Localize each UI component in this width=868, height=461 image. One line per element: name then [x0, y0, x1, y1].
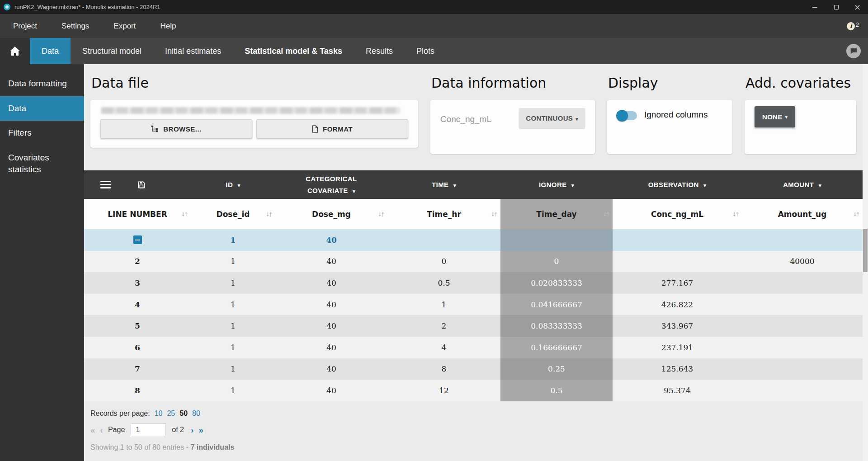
table-row[interactable]: 614040.166666667237.191	[84, 337, 863, 358]
column-header-dose-mg[interactable]: Dose_mg	[275, 199, 387, 229]
cell-dose_id: 1	[191, 358, 275, 380]
covariates-dropdown-value: NONE	[762, 113, 783, 121]
tab-data[interactable]: Data	[30, 38, 71, 64]
first-page-button[interactable]: «	[90, 426, 95, 434]
individuals-count: 7 individuals	[190, 443, 234, 451]
cell-line	[84, 229, 191, 251]
cell-amount: 40000	[742, 251, 863, 273]
column-tag-time[interactable]: TIME ▾	[387, 170, 500, 199]
cell-dose_id: 1	[191, 380, 275, 401]
cell-line: 8	[84, 380, 191, 401]
column-header-amount-ug[interactable]: Amount_ug	[742, 199, 863, 229]
tab-initial-estimates[interactable]: Initial estimates	[153, 38, 233, 64]
home-icon	[9, 46, 20, 56]
page-label: Page	[108, 426, 125, 434]
cell-line: 6	[84, 337, 191, 358]
close-button[interactable]: ×	[847, 0, 868, 14]
column-tag-categorical-covariate[interactable]: CATEGORICAL COVARIATE ▾	[275, 170, 387, 199]
cell-amount	[742, 315, 863, 337]
cell-conc: 277.167	[613, 272, 742, 294]
info-notification-button[interactable]: i 2	[847, 22, 859, 30]
column-tag-ignore[interactable]: IGNORE ▾	[500, 170, 613, 199]
sidebar-item-covariates-statistics[interactable]: Covariates statistics	[0, 146, 84, 182]
notification-count: 2	[856, 22, 859, 28]
close-icon: ×	[854, 3, 861, 11]
window-controls: ×	[804, 0, 868, 14]
next-page-button[interactable]: ›	[191, 426, 193, 434]
column-header-time-hr[interactable]: Time_hr	[387, 199, 500, 229]
last-page-button[interactable]: »	[198, 426, 203, 434]
sidebar-item-data[interactable]: Data	[0, 96, 84, 121]
menu-export[interactable]: Export	[101, 14, 148, 38]
covariates-dropdown[interactable]: NONE▾	[755, 106, 795, 127]
sort-icon[interactable]	[603, 211, 610, 217]
sort-icon[interactable]	[732, 211, 739, 217]
cell-time_day: 0.041666667	[500, 294, 613, 315]
page-size-10[interactable]: 10	[155, 409, 163, 418]
sort-icon[interactable]	[378, 211, 385, 217]
page-size-25[interactable]: 25	[167, 409, 175, 418]
sidebar-item-data-formatting[interactable]: Data formatting	[0, 71, 84, 96]
table-row[interactable]: 414010.041666667426.822	[84, 294, 863, 315]
observation-type-dropdown[interactable]: CONTINUOUS▾	[519, 108, 585, 128]
cell-conc: 95.374	[613, 380, 742, 401]
maximize-button[interactable]	[826, 0, 847, 14]
table-row[interactable]: 140	[84, 229, 863, 251]
column-header-dose-id[interactable]: Dose_id	[191, 199, 275, 229]
tab-structural-model[interactable]: Structural model	[71, 38, 153, 64]
menu-help[interactable]: Help	[148, 14, 189, 38]
column-header-conc-ng-ml[interactable]: Conc_ng_mL	[613, 199, 742, 229]
previous-page-button[interactable]: ‹	[100, 426, 103, 434]
menu-project[interactable]: Project	[1, 14, 49, 38]
tab-results[interactable]: Results	[354, 38, 405, 64]
chevron-down-icon: ▾	[238, 183, 241, 188]
cell-time_day: 0.5	[500, 380, 613, 401]
page-size-80[interactable]: 80	[192, 409, 200, 418]
cell-amount	[742, 272, 863, 294]
home-button[interactable]	[0, 38, 30, 64]
save-icon[interactable]	[137, 180, 146, 189]
column-tag-observation[interactable]: OBSERVATION ▾	[613, 170, 742, 199]
menu-settings[interactable]: Settings	[49, 14, 101, 38]
page-count-label: of 2	[172, 426, 184, 434]
tab-bar: Data Structural model Initial estimates …	[0, 38, 868, 64]
column-tag-amount[interactable]: AMOUNT ▾	[742, 170, 863, 199]
sort-icon[interactable]	[181, 211, 188, 217]
sort-icon[interactable]	[853, 211, 860, 217]
format-button[interactable]: FORMAT	[256, 119, 408, 138]
data-file-card: BROWSE... FORMAT	[90, 100, 418, 148]
menu-bar: Project Settings Export Help i 2	[0, 14, 868, 38]
column-header-line-number[interactable]: LINE NUMBER	[84, 199, 191, 229]
column-header-label: Conc_ng_mL	[651, 210, 703, 219]
vertical-scrollbar[interactable]	[863, 64, 868, 461]
collapse-group-icon[interactable]	[133, 235, 142, 244]
cell-time_hr: 2	[387, 315, 500, 337]
table-column-header: LINE NUMBERDose_idDose_mgTime_hrTime_day…	[84, 199, 863, 229]
scrollbar-thumb[interactable]	[863, 229, 868, 272]
feedback-button[interactable]	[846, 44, 861, 58]
table-row[interactable]: 31400.50.020833333277.167	[84, 272, 863, 294]
cell-dose_mg: 40	[275, 251, 387, 273]
cell-dose_mg: 40	[275, 229, 387, 251]
table-row[interactable]: 8140120.595.374	[84, 380, 863, 401]
page-number-input[interactable]	[131, 423, 166, 436]
column-tag-id[interactable]: ID ▾	[191, 170, 275, 199]
column-header-time-day[interactable]: Time_day	[500, 199, 613, 229]
browse-button[interactable]: BROWSE...	[100, 119, 252, 138]
cell-conc: 237.191	[613, 337, 742, 358]
sidebar: Data formatting Data Filters Covariates …	[0, 64, 84, 461]
table-row[interactable]: 514020.083333333343.967	[84, 315, 863, 337]
table-row[interactable]: 21400040000	[84, 251, 863, 273]
sort-icon[interactable]	[266, 211, 273, 217]
cell-dose_mg: 40	[275, 358, 387, 380]
page-size-50[interactable]: 50	[179, 409, 188, 418]
table-row[interactable]: 714080.25125.643	[84, 358, 863, 380]
ignored-columns-toggle[interactable]	[617, 111, 637, 120]
menu-icon[interactable]	[100, 181, 111, 188]
minimize-button[interactable]	[804, 0, 826, 14]
tab-plots[interactable]: Plots	[405, 38, 446, 64]
sort-icon[interactable]	[491, 211, 498, 217]
sidebar-item-filters[interactable]: Filters	[0, 121, 84, 146]
cell-conc: 125.643	[613, 358, 742, 380]
tab-statistical-model-tasks[interactable]: Statistical model & Tasks	[233, 38, 354, 64]
